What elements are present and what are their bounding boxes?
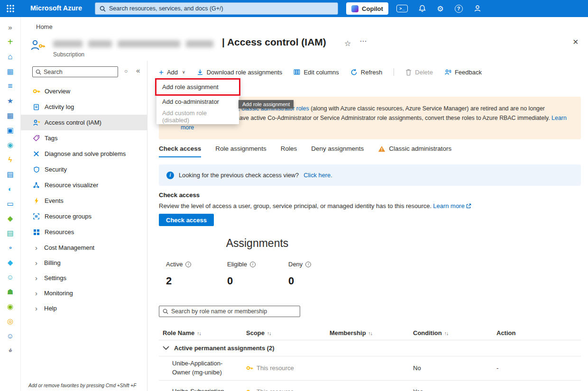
column-header-action[interactable]: Action xyxy=(493,329,581,336)
azure-active-directory-icon[interactable]: ◆ xyxy=(0,255,21,270)
favorites-hint: Add or remove favorites by pressing Cmd … xyxy=(28,383,136,388)
info-icon[interactable]: i xyxy=(250,262,256,267)
copilot-button[interactable]: Copilot xyxy=(346,2,388,15)
column-header-condition[interactable]: Condition↑↓ xyxy=(409,329,493,336)
sidebar-item-label: Diagnose and solve problems xyxy=(45,150,126,157)
templates-icon[interactable]: ‹/› xyxy=(0,343,21,358)
load-balancers-icon[interactable]: ◆ xyxy=(0,211,21,226)
key-vaults-icon[interactable]: ◉ xyxy=(0,299,21,314)
sidebar-item-label: Activity log xyxy=(45,103,74,110)
notifications-icon[interactable] xyxy=(419,5,426,12)
breadcrumb-home[interactable]: Home xyxy=(36,23,53,30)
resource-groups-icon[interactable]: ▣ xyxy=(0,123,21,137)
favorite-star-icon[interactable]: ☆ xyxy=(344,39,351,48)
column-label: Condition xyxy=(413,329,442,336)
chevron-right-icon: › xyxy=(32,289,40,297)
check-access-button[interactable]: Check access xyxy=(159,214,214,226)
cost-management-icon[interactable]: ◎ xyxy=(0,314,21,328)
learn-more-link[interactable]: Learn more xyxy=(433,202,464,209)
sidebar-item-security[interactable]: Security xyxy=(21,162,147,177)
tab-roles[interactable]: Roles xyxy=(281,145,297,156)
column-header-role-name[interactable]: Role Name↑↓ xyxy=(159,329,242,336)
table-row[interactable]: Unibe-Application-Owner (mg-unibe) This … xyxy=(159,356,581,381)
info-icon[interactable]: i xyxy=(185,262,191,267)
download-icon xyxy=(197,69,203,76)
create-a-resource-icon[interactable]: + xyxy=(0,35,21,49)
sidebar-item-resource-visualizer[interactable]: Resource visualizer xyxy=(21,177,147,193)
sidebar-item-activity-log[interactable]: Activity log xyxy=(21,99,147,115)
column-header-scope[interactable]: Scope↑↓ xyxy=(242,329,326,336)
menu-options-icon[interactable]: ○ xyxy=(124,68,128,74)
menu-item-add-role-assignment[interactable]: Add role assignment xyxy=(156,80,239,94)
sidebar-group-billing[interactable]: › Billing xyxy=(21,255,147,270)
dashboard-icon[interactable]: ▦ xyxy=(0,64,21,79)
sidebar-item-events[interactable]: Events xyxy=(21,193,147,209)
menu-search-input[interactable] xyxy=(44,69,115,75)
menu-item-add-co-administrator[interactable]: Add co-administrator xyxy=(156,94,239,109)
chevron-right-icon: › xyxy=(32,274,40,282)
sidebar-item-resources[interactable]: Resources xyxy=(21,224,147,240)
close-icon[interactable]: × xyxy=(573,36,579,47)
global-search-input[interactable] xyxy=(109,5,333,12)
refresh-icon xyxy=(350,69,358,76)
topbar-actions: >_ ⚙ ? xyxy=(396,0,481,17)
lightning-icon xyxy=(32,197,40,205)
collapse-icon[interactable]: » xyxy=(0,20,21,35)
column-header-membership[interactable]: Membership↑↓ xyxy=(326,329,409,336)
feedback-button[interactable]: Feedback xyxy=(444,69,482,76)
waffle-menu-icon[interactable] xyxy=(0,0,21,17)
favorites-icon[interactable]: ★ xyxy=(0,93,21,108)
tab-classic-administrators[interactable]: Classic administrators xyxy=(378,145,451,156)
group-row-active-permanent[interactable]: Active permanent assignments (2) xyxy=(159,340,581,356)
edit-columns-button[interactable]: Edit columns xyxy=(294,69,339,76)
columns-icon xyxy=(294,69,300,75)
all-services-icon[interactable]: ≡ xyxy=(0,79,21,93)
virtual-networks-icon[interactable]: ‹› xyxy=(0,240,21,255)
sidebar-group-settings[interactable]: › Settings xyxy=(21,270,147,285)
download-role-assignments-button[interactable]: Download role assignments xyxy=(197,69,283,76)
app-services-icon[interactable]: ◉ xyxy=(0,137,21,152)
help-icon[interactable]: ? xyxy=(455,5,463,13)
brand-logo[interactable]: Microsoft Azure xyxy=(30,4,82,12)
search-icon xyxy=(163,309,168,314)
cloud-shell-icon[interactable]: >_ xyxy=(396,5,408,12)
more-options-icon[interactable]: … xyxy=(359,35,368,44)
storage-accounts-icon[interactable]: ▤ xyxy=(0,226,21,240)
sidebar-item-diagnose[interactable]: Diagnose and solve problems xyxy=(21,146,147,162)
cosmos-db-icon[interactable]: ◐ xyxy=(0,182,21,196)
tab-check-access[interactable]: Check access xyxy=(159,145,201,157)
sidebar-group-label: Cost Management xyxy=(44,244,94,251)
sidebar-item-resource-groups[interactable]: Resource groups xyxy=(21,209,147,224)
sidebar-item-overview[interactable]: Overview xyxy=(21,83,147,99)
settings-gear-icon[interactable]: ⚙ xyxy=(437,4,443,13)
users-icon[interactable]: ☺ xyxy=(0,328,21,343)
advisor-icon[interactable]: ☺ xyxy=(0,270,21,284)
grid-icon xyxy=(32,228,40,236)
delete-button[interactable]: Delete xyxy=(405,69,433,76)
home-icon[interactable]: ⌂ xyxy=(0,49,21,64)
function-app-icon[interactable]: ϟ xyxy=(0,152,21,167)
sidebar-group-cost-management[interactable]: › Cost Management xyxy=(21,240,147,255)
security-center-icon[interactable]: ☗ xyxy=(0,284,21,299)
sidebar-group-help[interactable]: › Help xyxy=(21,300,147,316)
virtual-machines-icon[interactable]: ▭ xyxy=(0,196,21,211)
sidebar-group-monitoring[interactable]: › Monitoring xyxy=(21,285,147,300)
command-bar: + Add ∨ Download role assignments Edit c… xyxy=(159,65,482,79)
icon-rail: » + ⌂ ▦ ≡ ★ ▦ ▣ ◉ ϟ ▤ ◐ ▭ ◆ ▤ ‹› ◆ ☺ ☗ ◉… xyxy=(0,17,21,391)
tab-role-assignments[interactable]: Role assignments xyxy=(215,145,266,156)
tab-deny-assignments[interactable]: Deny assignments xyxy=(311,145,364,156)
role-search-input[interactable] xyxy=(171,308,296,315)
sql-databases-icon[interactable]: ▤ xyxy=(0,167,21,182)
chevron-down-icon: ∨ xyxy=(182,70,185,74)
table-row[interactable]: Unibe-Subscription- This resource Yes xyxy=(159,381,581,391)
page-title: | Access control (IAM) xyxy=(222,36,326,48)
account-icon[interactable] xyxy=(474,5,481,12)
refresh-button[interactable]: Refresh xyxy=(350,69,383,76)
all-resources-icon[interactable]: ▦ xyxy=(0,108,21,123)
click-here-link[interactable]: Click here. xyxy=(303,172,332,179)
sidebar-item-tags[interactable]: Tags xyxy=(21,130,147,146)
add-button[interactable]: + Add ∨ xyxy=(159,68,185,76)
info-icon[interactable]: i xyxy=(305,262,311,267)
sidebar-item-access-control-iam[interactable]: Access control (IAM) xyxy=(21,115,147,130)
collapse-menu-icon[interactable]: « xyxy=(136,66,140,74)
